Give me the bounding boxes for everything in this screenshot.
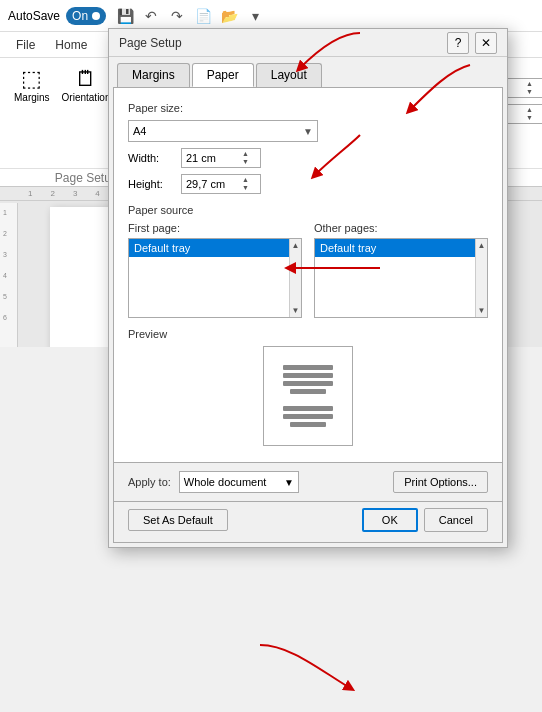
- first-page-scroll-up-icon[interactable]: ▲: [292, 241, 300, 250]
- ok-button[interactable]: OK: [362, 508, 418, 532]
- ok-cancel-row: OK Cancel: [362, 508, 488, 532]
- dialog-overlay: Page Setup ? ✕ Margins Paper Layout Pape…: [0, 0, 542, 712]
- dialog-footer: Apply to: Whole document ▼ Print Options…: [113, 463, 503, 502]
- paper-size-value: A4: [133, 125, 303, 137]
- preview-label: Preview: [128, 328, 488, 340]
- apply-to-select[interactable]: Whole document ▼: [179, 471, 299, 493]
- first-page-scroll-down-icon[interactable]: ▼: [292, 306, 300, 315]
- height-row: Height: ▲ ▼: [128, 174, 488, 194]
- print-options-button[interactable]: Print Options...: [393, 471, 488, 493]
- width-down-icon[interactable]: ▼: [242, 158, 249, 166]
- other-pages-list-inner: Default tray: [315, 239, 475, 317]
- dialog-body: Paper size: A4 ▼ Width: ▲ ▼: [113, 87, 503, 463]
- dialog-titlebar: Page Setup ? ✕: [109, 29, 507, 57]
- width-value[interactable]: [182, 152, 242, 164]
- arrow-ok-button: [240, 640, 370, 695]
- apply-to-value: Whole document: [184, 476, 284, 488]
- first-page-item-default-tray[interactable]: Default tray: [129, 239, 289, 257]
- first-page-listbox[interactable]: Default tray ▲ ▼: [128, 238, 302, 318]
- dialog-close-button[interactable]: ✕: [475, 32, 497, 54]
- paper-source-section: Paper source First page: Default tray ▲ …: [128, 204, 488, 318]
- paper-source-label: Paper source: [128, 204, 488, 216]
- height-spinner[interactable]: ▲ ▼: [242, 176, 249, 192]
- cancel-button[interactable]: Cancel: [424, 508, 488, 532]
- first-page-label: First page:: [128, 222, 302, 234]
- preview-line-5: [283, 406, 333, 411]
- height-input[interactable]: ▲ ▼: [181, 174, 261, 194]
- dialog-title: Page Setup: [119, 36, 447, 50]
- other-pages-item-default-tray[interactable]: Default tray: [315, 239, 475, 257]
- height-down-icon[interactable]: ▼: [242, 184, 249, 192]
- preview-line-4: [290, 389, 326, 394]
- paper-size-row: A4 ▼: [128, 120, 488, 142]
- preview-line-1: [283, 365, 333, 370]
- other-pages-col: Other pages: Default tray ▲ ▼: [314, 222, 488, 318]
- apply-to-row: Apply to: Whole document ▼: [128, 471, 385, 493]
- width-row: Width: ▲ ▼: [128, 148, 488, 168]
- apply-to-arrow-icon: ▼: [284, 477, 294, 488]
- other-pages-scroll-down-icon[interactable]: ▼: [478, 306, 486, 315]
- apply-to-label: Apply to:: [128, 476, 171, 488]
- first-page-col: First page: Default tray ▲ ▼: [128, 222, 302, 318]
- width-up-icon[interactable]: ▲: [242, 150, 249, 158]
- other-pages-listbox[interactable]: Default tray ▲ ▼: [314, 238, 488, 318]
- preview-line-7: [290, 422, 326, 427]
- preview-line-3: [283, 381, 333, 386]
- width-label: Width:: [128, 152, 173, 164]
- preview-box: [263, 346, 353, 446]
- page-setup-dialog: Page Setup ? ✕ Margins Paper Layout Pape…: [108, 28, 508, 548]
- height-label: Height:: [128, 178, 173, 190]
- preview-section: Preview: [128, 328, 488, 446]
- first-page-scrollbar[interactable]: ▲ ▼: [289, 239, 301, 317]
- tab-paper[interactable]: Paper: [192, 63, 254, 87]
- dialog-help-button[interactable]: ?: [447, 32, 469, 54]
- dialog-action-row: Set As Default OK Cancel: [113, 502, 503, 543]
- paper-size-label: Paper size:: [128, 102, 488, 114]
- paper-size-arrow-icon: ▼: [303, 126, 313, 137]
- width-spinner[interactable]: ▲ ▼: [242, 150, 249, 166]
- tab-margins[interactable]: Margins: [117, 63, 190, 87]
- height-up-icon[interactable]: ▲: [242, 176, 249, 184]
- dialog-controls: ? ✕: [447, 32, 497, 54]
- preview-line-2: [283, 373, 333, 378]
- height-value[interactable]: [182, 178, 242, 190]
- width-input[interactable]: ▲ ▼: [181, 148, 261, 168]
- set-as-default-button[interactable]: Set As Default: [128, 509, 228, 531]
- paper-source-cols: First page: Default tray ▲ ▼: [128, 222, 488, 318]
- other-pages-scrollbar[interactable]: ▲ ▼: [475, 239, 487, 317]
- paper-size-select[interactable]: A4 ▼: [128, 120, 318, 142]
- tab-layout[interactable]: Layout: [256, 63, 322, 87]
- dialog-tabs: Margins Paper Layout: [109, 57, 507, 87]
- preview-line-6: [283, 414, 333, 419]
- other-pages-label: Other pages:: [314, 222, 488, 234]
- other-pages-scroll-up-icon[interactable]: ▲: [478, 241, 486, 250]
- first-page-list-inner: Default tray: [129, 239, 289, 317]
